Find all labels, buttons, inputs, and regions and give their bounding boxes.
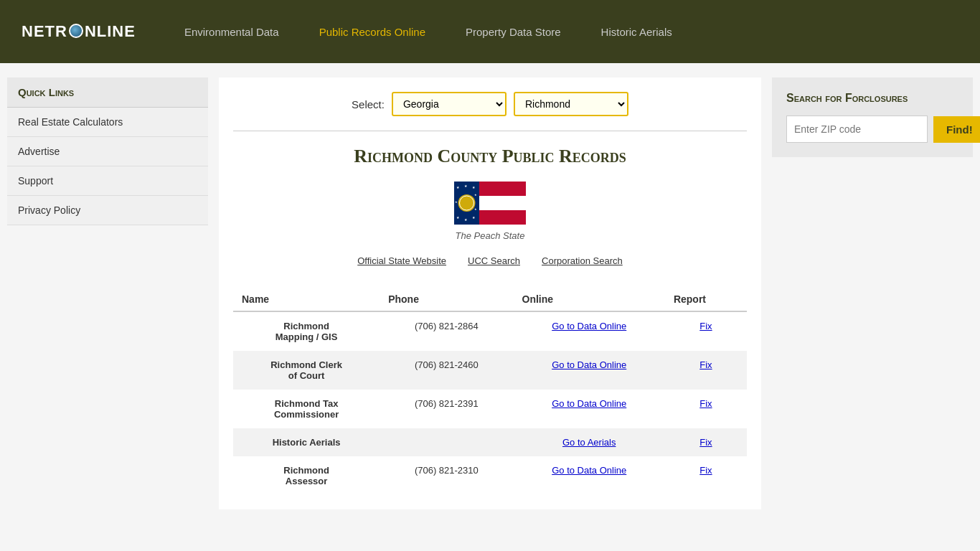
cell-phone: (706) 821-2460 xyxy=(380,351,513,390)
online-link[interactable]: Go to Data Online xyxy=(552,321,626,331)
county-select[interactable]: Richmond Appling Atkinson Baldwin Banks xyxy=(514,92,628,116)
main-nav: Environmental Data Public Records Online… xyxy=(164,0,958,63)
table-row: Historic Aerials Go to Aerials Fix xyxy=(233,428,747,456)
right-panel: Search for Forclosures Find! xyxy=(772,77,973,509)
cell-report: Fix xyxy=(665,428,747,456)
ucc-search-link[interactable]: UCC Search xyxy=(468,255,520,266)
sidebar-item-support[interactable]: Support xyxy=(7,166,208,196)
report-link[interactable]: Fix xyxy=(699,398,712,409)
online-link[interactable]: Go to Data Online xyxy=(552,398,626,409)
table-row: Richmond TaxCommissioner (706) 821-2391 … xyxy=(233,390,747,428)
cell-name: Richmond TaxCommissioner xyxy=(233,390,380,428)
col-report: Report xyxy=(665,288,747,311)
online-link[interactable]: Go to Aerials xyxy=(562,437,616,448)
nav-environmental-data[interactable]: Environmental Data xyxy=(164,0,299,63)
select-label: Select: xyxy=(352,98,385,110)
svg-text:★: ★ xyxy=(455,200,458,204)
nav-property-data-store[interactable]: Property Data Store xyxy=(446,0,581,63)
state-flag: ★ ★ ★ ★ ★ ★ ★ ★ ★ xyxy=(454,182,526,225)
corporation-search-link[interactable]: Corporation Search xyxy=(542,255,623,266)
cell-report: Fix xyxy=(665,390,747,428)
site-header: NETRNLINE Environmental Data Public Reco… xyxy=(0,0,980,63)
foreclosure-title: Search for Forclosures xyxy=(786,92,958,105)
cell-online: Go to Data Online xyxy=(514,390,665,428)
cell-report: Fix xyxy=(665,456,747,495)
county-section: Richmond County Public Records ★ ★ ★ ★ ★… xyxy=(233,131,747,495)
page-wrapper: Quick Links Real Estate Calculators Adve… xyxy=(0,63,980,524)
cell-online: Go to Data Online xyxy=(514,456,665,495)
cell-name: RichmondAssessor xyxy=(233,456,380,495)
cell-phone: (706) 821-2310 xyxy=(380,456,513,495)
main-content: Select: Georgia Alabama Alaska Arizona A… xyxy=(219,77,761,509)
records-table: Name Phone Online Report RichmondMapping… xyxy=(233,288,747,495)
cell-online: Go to Data Online xyxy=(514,311,665,351)
logo-nline: NLINE xyxy=(85,22,136,41)
cell-phone: (706) 821-2864 xyxy=(380,311,513,351)
sidebar-title: Quick Links xyxy=(7,77,208,108)
official-state-website-link[interactable]: Official State Website xyxy=(357,255,446,266)
report-link[interactable]: Fix xyxy=(699,321,712,331)
online-link[interactable]: Go to Data Online xyxy=(552,359,626,370)
state-links: Official State Website UCC Search Corpor… xyxy=(233,255,747,266)
sidebar-item-advertise[interactable]: Advertise xyxy=(7,137,208,166)
report-link[interactable]: Fix xyxy=(699,359,712,370)
col-online: Online xyxy=(514,288,665,311)
sidebar-item-privacy-policy[interactable]: Privacy Policy xyxy=(7,196,208,225)
foreclosure-box: Search for Forclosures Find! xyxy=(772,77,973,157)
zip-code-input[interactable] xyxy=(786,116,928,143)
table-header-row: Name Phone Online Report xyxy=(233,288,747,311)
cell-online: Go to Aerials xyxy=(514,428,665,456)
cell-phone xyxy=(380,428,513,456)
table-row: RichmondMapping / GIS (706) 821-2864 Go … xyxy=(233,311,747,351)
svg-text:★: ★ xyxy=(474,193,477,197)
nav-historic-aerials[interactable]: Historic Aerials xyxy=(581,0,692,63)
sidebar-item-real-estate-calc[interactable]: Real Estate Calculators xyxy=(7,108,208,137)
cell-report: Fix xyxy=(665,351,747,390)
logo-netr: NETR xyxy=(22,22,67,41)
table-row: RichmondAssessor (706) 821-2310 Go to Da… xyxy=(233,456,747,495)
logo-area: NETRNLINE xyxy=(22,22,136,41)
online-link[interactable]: Go to Data Online xyxy=(552,465,626,476)
cell-name: RichmondMapping / GIS xyxy=(233,311,380,351)
find-button[interactable]: Find! xyxy=(933,116,980,143)
svg-text:★: ★ xyxy=(474,207,477,211)
cell-name: Richmond Clerkof Court xyxy=(233,351,380,390)
nav-public-records-online[interactable]: Public Records Online xyxy=(299,0,446,63)
select-row: Select: Georgia Alabama Alaska Arizona A… xyxy=(233,92,747,116)
sidebar: Quick Links Real Estate Calculators Adve… xyxy=(7,77,208,509)
globe-icon xyxy=(69,24,83,38)
state-select[interactable]: Georgia Alabama Alaska Arizona Arkansas … xyxy=(392,92,507,116)
table-row: Richmond Clerkof Court (706) 821-2460 Go… xyxy=(233,351,747,390)
report-link[interactable]: Fix xyxy=(699,437,712,448)
state-motto: The Peach State xyxy=(233,230,747,241)
col-phone: Phone xyxy=(380,288,513,311)
cell-report: Fix xyxy=(665,311,747,351)
cell-online: Go to Data Online xyxy=(514,351,665,390)
cell-name: Historic Aerials xyxy=(233,428,380,456)
site-logo: NETRNLINE xyxy=(22,22,136,41)
foreclosure-find-row: Find! xyxy=(786,116,958,143)
county-title: Richmond County Public Records xyxy=(233,146,747,167)
report-link[interactable]: Fix xyxy=(699,465,712,476)
col-name: Name xyxy=(233,288,380,311)
svg-point-4 xyxy=(458,194,476,212)
cell-phone: (706) 821-2391 xyxy=(380,390,513,428)
